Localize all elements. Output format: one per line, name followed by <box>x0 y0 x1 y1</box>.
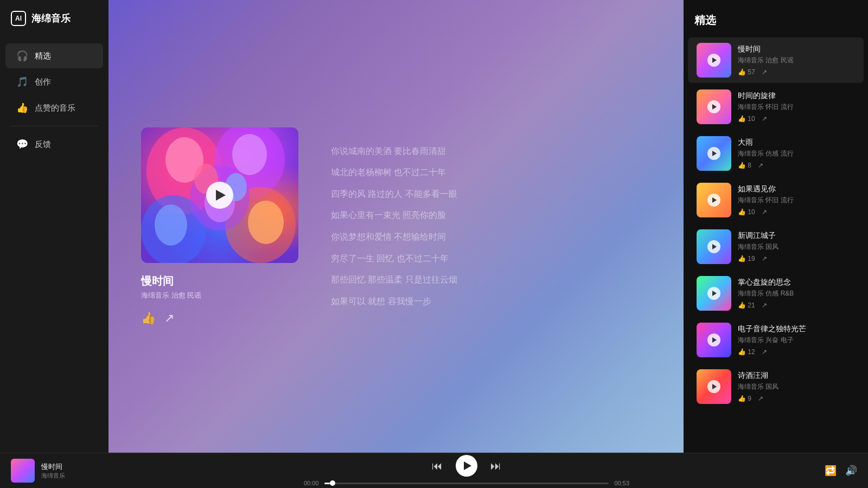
song-likes-5: 👍 19 <box>738 255 755 262</box>
lyric-line-5: 你说梦想和爱情 不想输给时间 <box>331 230 651 244</box>
sidebar-item-liked[interactable]: 👍 点赞的音乐 <box>5 95 103 120</box>
song-share-4[interactable]: ↗ <box>762 208 767 216</box>
thumb-play-1 <box>707 54 720 67</box>
song-thumb-5 <box>697 229 731 264</box>
current-time: 00:00 <box>304 480 319 486</box>
play-pause-button[interactable] <box>456 455 477 477</box>
lyrics-section: 你说城南的美酒 要比春雨清甜 城北的老杨柳树 也不过二十年 四季的风 路过的人 … <box>298 144 651 309</box>
song-thumb-6 <box>697 276 731 311</box>
prev-button[interactable]: ⏮ <box>432 460 443 472</box>
song-meta-8: 诗酒汪湖 海绵音乐 国风 👍 9 ↗ <box>738 371 855 402</box>
song-share-7[interactable]: ↗ <box>762 348 767 356</box>
song-source-7: 海绵音乐 兴奋 电子 <box>738 336 855 345</box>
sidebar-label-liked: 点赞的音乐 <box>35 103 75 113</box>
song-share-5[interactable]: ↗ <box>762 255 767 262</box>
song-source-8: 海绵音乐 国风 <box>738 382 855 391</box>
song-name-2: 时间的旋律 <box>738 91 855 101</box>
song-likes-1: 👍 57 <box>738 68 755 76</box>
song-source-5: 海绵音乐 国风 <box>738 242 855 252</box>
app-name: 海绵音乐 <box>31 12 71 25</box>
song-source-6: 海绵音乐 仿感 R&B <box>738 289 855 298</box>
song-stats-8: 👍 9 ↗ <box>738 395 855 402</box>
thumb-play-icon-5 <box>712 244 717 249</box>
sidebar-item-featured[interactable]: 🎧 精选 <box>5 43 103 68</box>
play-button[interactable] <box>206 182 233 209</box>
play-pause-icon <box>464 461 471 470</box>
song-likes-7: 👍 12 <box>738 348 755 356</box>
song-item-1[interactable]: 慢时间 海绵音乐 治愈 民谣 👍 57 ↗ <box>688 37 864 83</box>
sidebar-label-feedback: 反馈 <box>35 139 51 150</box>
sidebar-divider <box>11 126 98 126</box>
lyric-line-7: 那些回忆 那些温柔 只是过往云烟 <box>331 273 651 287</box>
song-source-3: 海绵音乐 仿感 流行 <box>738 149 855 158</box>
player-song-info: 慢时间 海绵音乐 <box>41 462 65 480</box>
chat-icon: 💬 <box>16 138 28 150</box>
song-name-7: 电子音律之独特光芒 <box>738 324 855 334</box>
thumb-play-icon-8 <box>712 384 717 389</box>
next-button[interactable]: ⏭ <box>490 460 501 472</box>
song-meta-7: 电子音律之独特光芒 海绵音乐 兴奋 电子 👍 12 ↗ <box>738 324 855 356</box>
song-item-6[interactable]: 掌心盘旋的思念 海绵音乐 仿感 R&B 👍 21 ↗ <box>688 271 864 316</box>
sidebar-label-featured: 精选 <box>35 51 51 61</box>
svg-point-7 <box>155 204 187 246</box>
song-likes-4: 👍 10 <box>738 208 755 216</box>
album-section: 慢时间 海绵音乐 治愈 民谣 👍 ↗ <box>141 127 298 325</box>
thumbsup-icon: 👍 <box>16 102 28 114</box>
song-stats-6: 👍 21 ↗ <box>738 301 855 309</box>
volume-button[interactable]: 🔊 <box>845 465 857 477</box>
panel-title: 精选 <box>684 0 868 36</box>
song-thumb-1 <box>697 43 731 78</box>
song-thumb-2 <box>697 89 731 124</box>
album-info: 慢时间 海绵音乐 治愈 民谣 <box>141 274 201 300</box>
thumb-play-icon-6 <box>712 291 717 296</box>
right-panel: 精选 慢时间 海绵音乐 治愈 民谣 👍 57 ↗ <box>684 0 868 488</box>
share-button[interactable]: ↗ <box>164 311 174 325</box>
song-item-4[interactable]: 如果遇见你 海绵音乐 怀旧 流行 👍 10 ↗ <box>688 177 864 223</box>
thumb-play-icon-4 <box>712 197 717 203</box>
song-likes-8: 👍 9 <box>738 395 751 402</box>
repeat-button[interactable]: 🔁 <box>825 465 837 477</box>
logo-text: AI <box>15 15 22 22</box>
song-item-3[interactable]: 大雨 海绵音乐 仿感 流行 👍 8 ↗ <box>688 131 864 176</box>
sidebar-label-create: 创作 <box>35 77 51 87</box>
song-thumb-8 <box>697 369 731 404</box>
song-likes-6: 👍 21 <box>738 301 755 309</box>
song-name-3: 大雨 <box>738 138 855 147</box>
sidebar: AI 海绵音乐 🎧 精选 🎵 创作 👍 点赞的音乐 💬 反馈 👤 登录 <box>0 0 108 488</box>
logo-icon: AI <box>11 11 26 26</box>
song-share-1[interactable]: ↗ <box>762 68 767 76</box>
song-meta-2: 时间的旋律 海绵音乐 怀旧 流行 👍 10 ↗ <box>738 91 855 123</box>
lyric-line-6: 穷尽了一生 回忆 也不过二十年 <box>331 252 651 266</box>
sidebar-item-create[interactable]: 🎵 创作 <box>5 69 103 94</box>
thumb-play-3 <box>707 147 720 160</box>
song-item-7[interactable]: 电子音律之独特光芒 海绵音乐 兴奋 电子 👍 12 ↗ <box>688 317 864 363</box>
song-item-8[interactable]: 诗酒汪湖 海绵音乐 国风 👍 9 ↗ <box>688 364 864 409</box>
album-cover[interactable] <box>141 127 298 263</box>
song-name-6: 掌心盘旋的思念 <box>738 278 855 287</box>
song-share-2[interactable]: ↗ <box>762 115 767 123</box>
lyric-line-3: 四季的风 路过的人 不能多看一眼 <box>331 187 651 201</box>
player-thumb <box>11 459 35 483</box>
lyric-line-4: 如果心里有一束光 照亮你的脸 <box>331 208 651 222</box>
sidebar-item-feedback[interactable]: 💬 反馈 <box>5 132 103 157</box>
thumb-play-5 <box>707 240 720 253</box>
like-button[interactable]: 👍 <box>141 311 156 325</box>
player-song-name: 慢时间 <box>41 462 65 472</box>
song-meta-5: 新调江城子 海绵音乐 国风 👍 19 ↗ <box>738 231 855 262</box>
song-meta-1: 慢时间 海绵音乐 治愈 民谣 👍 57 ↗ <box>738 44 855 76</box>
song-meta-4: 如果遇见你 海绵音乐 怀旧 流行 👍 10 ↗ <box>738 184 855 216</box>
song-item-5[interactable]: 新调江城子 海绵音乐 国风 👍 19 ↗ <box>688 224 864 269</box>
song-share-6[interactable]: ↗ <box>762 301 767 309</box>
thumb-play-4 <box>707 194 720 207</box>
song-meta-3: 大雨 海绵音乐 仿感 流行 👍 8 ↗ <box>738 138 855 169</box>
song-stats-5: 👍 19 ↗ <box>738 255 855 262</box>
song-share-3[interactable]: ↗ <box>758 162 763 169</box>
song-name-4: 如果遇见你 <box>738 184 855 194</box>
main-area: 慢时间 海绵音乐 治愈 民谣 👍 ↗ 你说城南的美酒 要比春雨清甜 城北的老杨柳… <box>108 0 684 488</box>
progress-bar[interactable] <box>324 483 609 484</box>
song-title: 慢时间 <box>141 274 201 288</box>
song-item-2[interactable]: 时间的旋律 海绵音乐 怀旧 流行 👍 10 ↗ <box>688 84 864 130</box>
song-share-8[interactable]: ↗ <box>758 395 763 402</box>
song-stats-2: 👍 10 ↗ <box>738 115 855 123</box>
sidebar-nav: 🎧 精选 🎵 创作 👍 点赞的音乐 💬 反馈 <box>0 37 108 458</box>
